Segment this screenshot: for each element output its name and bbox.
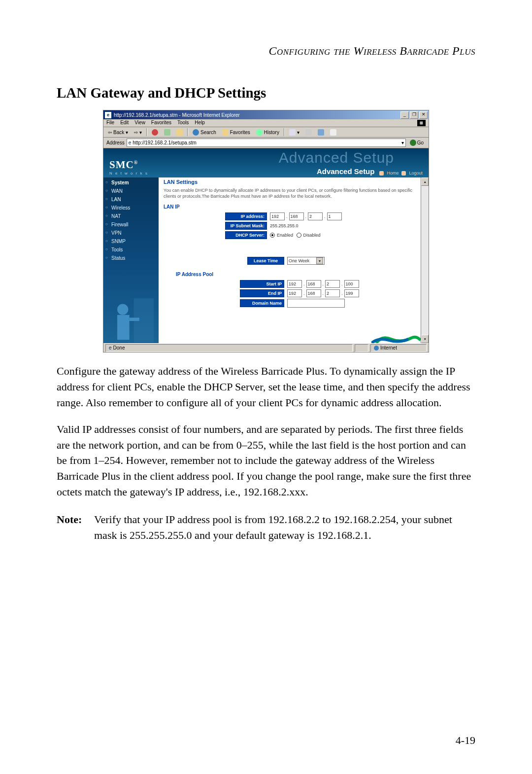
sidebar-item-firewall[interactable]: Firewall <box>103 220 159 229</box>
status-spacer <box>355 344 368 352</box>
status-zone-cell: Internet <box>370 344 427 352</box>
ip-octet-4[interactable]: 1 <box>327 212 342 220</box>
stop-button[interactable] <box>150 129 160 136</box>
logout-link[interactable]: Logout <box>409 171 423 176</box>
dhcp-enabled-text: Enabled <box>277 233 293 238</box>
lan-ip-heading: LAN IP <box>164 204 416 210</box>
scroll-down-button[interactable]: ▾ <box>421 335 429 343</box>
history-label: History <box>264 130 279 135</box>
dhcp-enabled-radio[interactable] <box>270 233 275 238</box>
search-button[interactable]: Search <box>191 129 218 136</box>
sidebar-item-vpn[interactable]: VPN <box>103 229 159 237</box>
status-done-text: Done <box>113 345 125 351</box>
ip-pool-heading: IP Address Pool <box>176 272 416 277</box>
maximize-button[interactable]: ❐ <box>410 111 418 119</box>
start-ip-2[interactable]: 168 <box>306 280 321 288</box>
brand-text: SMC <box>109 159 134 171</box>
sidebar-item-snmp[interactable]: SNMP <box>103 237 159 246</box>
menu-favorites[interactable]: Favorites <box>151 120 171 126</box>
address-input[interactable]: e http://192.168.2.1/setupa.stm ▾ <box>127 139 406 147</box>
end-ip-4[interactable]: 199 <box>344 289 359 297</box>
home-link[interactable]: Home <box>387 171 399 176</box>
back-button[interactable]: ⇦ Back ▾ <box>106 129 130 136</box>
sidebar-item-system[interactable]: System <box>103 178 159 187</box>
running-head: Configuring the Wireless Barricade Plus <box>57 44 475 58</box>
menu-tools[interactable]: Tools <box>177 120 189 126</box>
ip-octet-2[interactable]: 168 <box>289 212 304 220</box>
start-ip-3[interactable]: 2 <box>325 280 340 288</box>
svg-rect-4 <box>130 317 139 321</box>
mail-button[interactable]: ▾ <box>288 129 301 136</box>
status-done-cell: e Done <box>105 344 353 352</box>
home-button[interactable] <box>175 129 184 136</box>
note-text: Verify that your IP address pool is from… <box>94 512 475 543</box>
discuss-button[interactable] <box>329 129 338 136</box>
close-button[interactable]: ✕ <box>419 111 428 119</box>
brand-logo: SMC® <box>109 159 148 171</box>
ip-octet-1[interactable]: 192 <box>270 212 285 220</box>
note-block: Note: Verify that your IP address pool i… <box>57 512 475 543</box>
svg-point-2 <box>117 304 128 315</box>
menu-file[interactable]: File <box>106 120 114 126</box>
home-icon <box>379 171 384 176</box>
refresh-button[interactable] <box>163 129 172 136</box>
paragraph-2: Valid IP addresses consist of four numbe… <box>57 422 475 500</box>
favorites-button[interactable]: Favorites <box>221 129 252 136</box>
start-ip-label: Start IP <box>240 280 284 288</box>
start-ip-4[interactable]: 100 <box>344 280 359 288</box>
sidebar-item-nat[interactable]: NAT <box>103 212 159 220</box>
lease-value: One Week <box>289 258 309 263</box>
sidebar-item-tools[interactable]: Tools <box>103 246 159 254</box>
favorites-label: Favorites <box>230 130 250 135</box>
end-ip-3[interactable]: 2 <box>325 289 340 297</box>
main-heading: LAN Settings <box>164 179 416 185</box>
logout-icon <box>401 171 406 176</box>
sidebar-item-wireless[interactable]: Wireless <box>103 204 159 212</box>
domain-input[interactable] <box>287 299 345 308</box>
subnet-value: 255.255.255.0 <box>270 223 299 228</box>
sidebar-item-lan[interactable]: LAN <box>103 195 159 204</box>
go-button[interactable]: Go <box>408 140 426 146</box>
search-label: Search <box>200 130 216 135</box>
vertical-scrollbar[interactable]: ▴ ▾ <box>421 177 429 343</box>
ip-address-label: IP address: <box>225 212 267 220</box>
address-bar: Address e http://192.168.2.1/setupa.stm … <box>103 138 429 148</box>
dhcp-disabled-text: Disabled <box>303 233 321 238</box>
sidebar-item-status[interactable]: Status <box>103 254 159 262</box>
ie-status-icon: e <box>109 345 112 351</box>
scroll-up-button[interactable]: ▴ <box>421 177 429 186</box>
menu-view[interactable]: View <box>134 120 145 126</box>
svg-rect-3 <box>117 315 130 340</box>
minimize-button[interactable]: _ <box>400 111 409 119</box>
address-dropdown-icon[interactable]: ▾ <box>401 140 404 145</box>
banner-watermark: Advanced Setup <box>279 149 394 166</box>
ie-page-icon: e <box>129 140 132 145</box>
start-ip-1[interactable]: 192 <box>287 280 302 288</box>
end-ip-1[interactable]: 192 <box>287 289 302 297</box>
statusbar: e Done Internet <box>103 343 429 352</box>
scroll-track[interactable] <box>421 186 429 335</box>
sidebar-item-wan[interactable]: WAN <box>103 187 159 195</box>
section-title: LAN Gateway and DHCP Settings <box>57 85 475 101</box>
subnet-label: IP Subnet Mask: <box>225 222 267 230</box>
menu-edit[interactable]: Edit <box>120 120 129 126</box>
page-number: 4-19 <box>456 734 475 747</box>
go-icon <box>410 140 416 146</box>
main-description: You can enable DHCP to dynamically alloc… <box>164 188 416 199</box>
toolbar-separator <box>146 128 147 136</box>
edit-button[interactable] <box>316 129 326 136</box>
toolbar-separator <box>187 128 188 136</box>
history-button[interactable]: History <box>255 129 281 136</box>
forward-button[interactable]: ⇨ ▾ <box>133 129 143 136</box>
menu-help[interactable]: Help <box>195 120 205 126</box>
print-button[interactable] <box>304 129 313 136</box>
screenshot-window: e http://192.168.2.1/setupa.stm - Micros… <box>103 110 429 352</box>
ip-octet-3[interactable]: 2 <box>308 212 323 220</box>
section-title-text: LAN Gateway and DHCP Settings <box>57 85 266 101</box>
end-ip-2[interactable]: 168 <box>306 289 321 297</box>
paragraph-1: Configure the gateway address of the Wir… <box>57 363 475 411</box>
dhcp-disabled-radio[interactable] <box>297 233 301 238</box>
lease-select[interactable]: One Week ▼ <box>287 257 325 265</box>
decorative-curve <box>371 335 421 343</box>
back-label: Back <box>113 130 124 135</box>
